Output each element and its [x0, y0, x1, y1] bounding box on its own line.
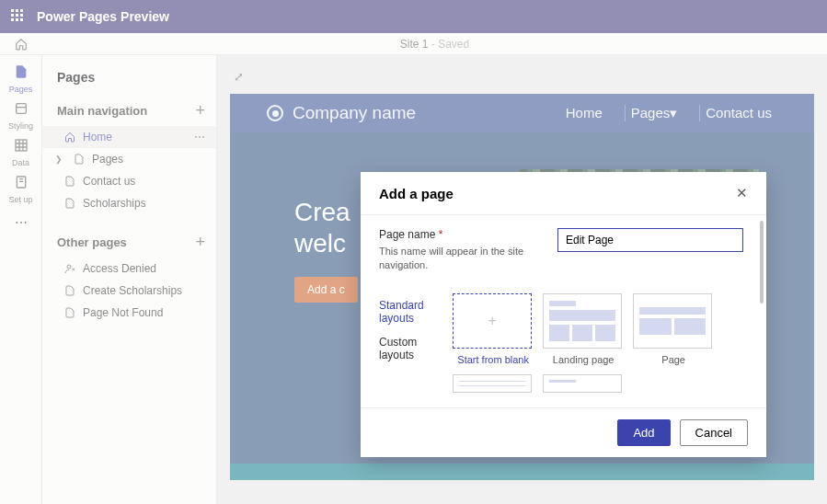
cancel-button[interactable]: Cancel	[680, 419, 748, 446]
layout-name: Page	[633, 354, 714, 365]
scrollbar[interactable]	[760, 221, 764, 304]
modal-title: Add a page	[379, 186, 454, 201]
modal-body: Page name * This name will appear in the…	[361, 215, 766, 407]
page-name-input[interactable]	[557, 228, 743, 252]
add-page-modal: Add a page ✕ Page name * This name will …	[361, 172, 766, 457]
plus-icon: +	[488, 313, 496, 329]
layout-card-landing[interactable]: Landing page	[543, 293, 624, 365]
layout-card-blank[interactable]: + Start from blank	[453, 293, 534, 365]
page-name-help: This name will appear in the site naviga…	[379, 245, 535, 273]
layout-card-extra1[interactable]	[453, 374, 534, 393]
modal-header: Add a page ✕	[361, 172, 766, 215]
tab-custom-layouts[interactable]: Custom layouts	[379, 330, 434, 367]
layout-grid: + Start from blank Landing page	[453, 293, 748, 393]
close-icon[interactable]: ✕	[736, 185, 748, 201]
layout-name: Start from blank	[453, 354, 534, 365]
page-name-label: Page name *	[379, 228, 535, 241]
layout-tabs: Standard layouts Custom layouts	[379, 293, 434, 393]
add-button[interactable]: Add	[617, 419, 670, 446]
layout-name: Landing page	[543, 354, 624, 365]
layout-card-page[interactable]: Page	[633, 293, 714, 365]
tab-standard-layouts[interactable]: Standard layouts	[379, 293, 434, 330]
modal-footer: Add Cancel	[361, 407, 766, 457]
layout-card-extra2[interactable]	[543, 374, 624, 393]
